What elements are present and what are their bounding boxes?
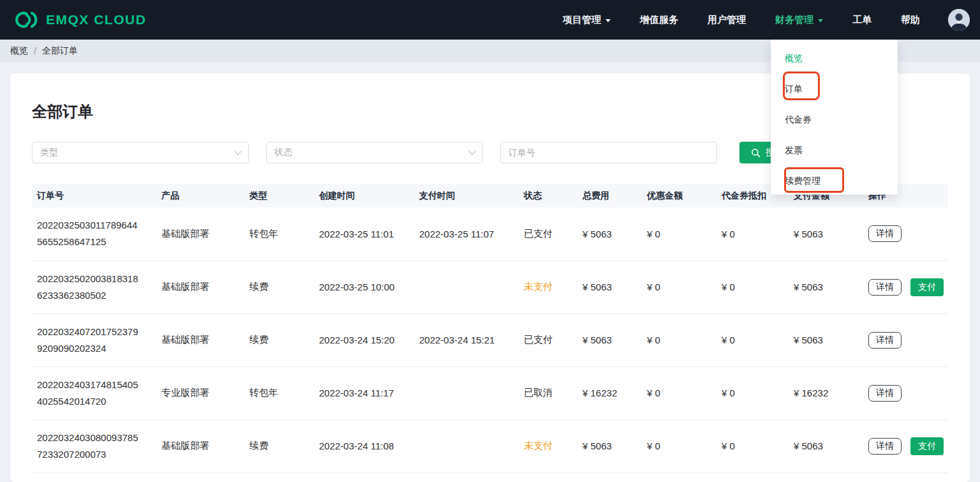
finance-dropdown-menu: 概览 订单 代金券 发票 续费管理 bbox=[771, 40, 898, 195]
status-badge: 已支付 bbox=[519, 207, 577, 260]
order-number-input[interactable] bbox=[509, 147, 709, 158]
col-order-no: 订单号 bbox=[32, 184, 156, 207]
status-select[interactable]: 状态 bbox=[266, 142, 483, 163]
table-row: 20220324030800937857233207200073 基础版部署 续… bbox=[32, 419, 948, 472]
emqx-logo-icon bbox=[13, 9, 38, 31]
nav-item-user-management[interactable]: 用户管理 bbox=[708, 14, 746, 26]
dropdown-item-vouchers[interactable]: 代金券 bbox=[771, 105, 898, 135]
table-row: 20220324031748154054025542014720 专业版部署 转… bbox=[32, 366, 948, 419]
breadcrumb-item-overview[interactable]: 概览 bbox=[10, 45, 28, 57]
breadcrumb-item-all-orders: 全部订单 bbox=[42, 45, 78, 57]
detail-button[interactable]: 详情 bbox=[868, 332, 902, 349]
detail-button[interactable]: 详情 bbox=[868, 225, 902, 242]
pay-button[interactable]: 支付 bbox=[910, 278, 944, 296]
caret-down-icon bbox=[605, 19, 611, 22]
type-select[interactable]: 类型 bbox=[32, 142, 249, 163]
nav-item-project-management[interactable]: 项目管理 bbox=[563, 14, 611, 26]
chevron-down-icon bbox=[468, 147, 475, 154]
col-product: 产品 bbox=[156, 184, 244, 207]
nav-item-work-order[interactable]: 工单 bbox=[852, 14, 872, 26]
detail-button[interactable]: 详情 bbox=[868, 438, 902, 455]
col-total: 总费用 bbox=[577, 184, 642, 207]
brand-name: EMQX CLOUD bbox=[46, 12, 146, 27]
col-paid-at: 支付时间 bbox=[414, 184, 519, 207]
nav-item-help[interactable]: 帮助 bbox=[901, 14, 920, 26]
top-navbar: EMQX CLOUD 项目管理 增值服务 用户管理 财务管理 工单 帮助 bbox=[0, 0, 980, 40]
orders-table: 订单号 产品 类型 创建时间 支付时间 状态 总费用 优惠金额 代金券抵扣 支付… bbox=[32, 184, 948, 473]
type-select-placeholder: 类型 bbox=[40, 147, 58, 158]
nav-item-finance-management[interactable]: 财务管理 bbox=[775, 14, 823, 26]
table-row: 20220325020038183186233362380502 基础版部署 续… bbox=[32, 260, 948, 313]
chevron-down-icon bbox=[234, 147, 241, 154]
col-created: 创建时间 bbox=[314, 184, 414, 207]
col-status: 状态 bbox=[519, 184, 577, 207]
dropdown-item-overview[interactable]: 概览 bbox=[771, 43, 898, 74]
table-row: 20220324072017523799209090202324 基础版部署 续… bbox=[32, 313, 948, 366]
status-badge: 未支付 bbox=[519, 419, 577, 472]
brand-logo[interactable]: EMQX CLOUD bbox=[13, 9, 146, 31]
user-avatar[interactable] bbox=[948, 9, 970, 31]
status-badge: 已取消 bbox=[519, 366, 577, 419]
app-viewport: EMQX CLOUD 项目管理 增值服务 用户管理 财务管理 工单 帮助 bbox=[0, 0, 980, 482]
pay-button[interactable]: 支付 bbox=[910, 437, 944, 455]
status-badge: 已支付 bbox=[519, 313, 577, 366]
dropdown-item-renewal-management[interactable]: 续费管理 bbox=[771, 166, 898, 197]
order-number-field bbox=[500, 142, 717, 163]
col-type: 类型 bbox=[244, 184, 314, 207]
detail-button[interactable]: 详情 bbox=[868, 279, 902, 296]
detail-button[interactable]: 详情 bbox=[868, 385, 902, 402]
status-badge: 未支付 bbox=[519, 260, 577, 313]
breadcrumb-separator: / bbox=[34, 46, 36, 56]
caret-down-icon bbox=[818, 19, 823, 22]
nav-item-value-added-services[interactable]: 增值服务 bbox=[640, 14, 678, 26]
dropdown-item-invoices[interactable]: 发票 bbox=[771, 135, 898, 166]
col-discount: 优惠金额 bbox=[642, 184, 716, 207]
search-icon bbox=[751, 148, 761, 158]
main-nav: 项目管理 增值服务 用户管理 财务管理 工单 帮助 bbox=[563, 14, 920, 26]
status-select-placeholder: 状态 bbox=[274, 147, 292, 158]
table-row: 20220325030117896445655258647125 基础版部署 转… bbox=[32, 207, 948, 260]
dropdown-item-orders[interactable]: 订单 bbox=[771, 74, 898, 105]
